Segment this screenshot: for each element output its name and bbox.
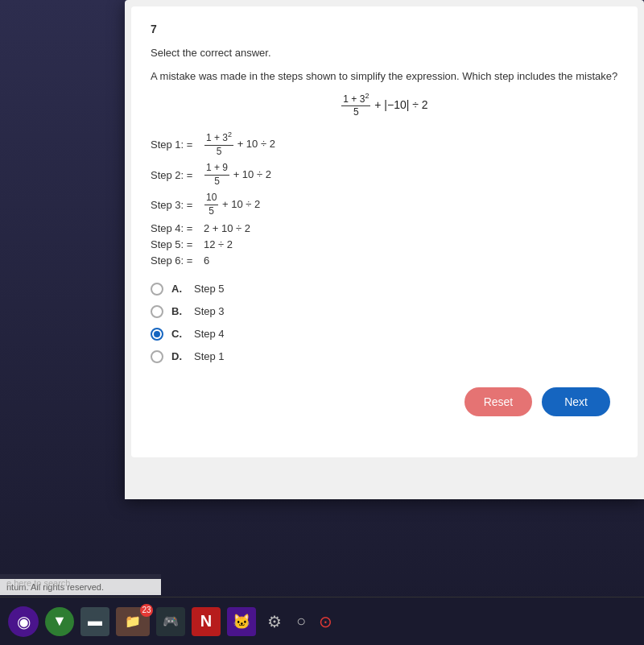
taskbar-icon-folder[interactable]: 📁 23 <box>116 607 150 636</box>
taskbar-icon-3[interactable]: ▬ <box>80 607 109 636</box>
option-b-text: Step 3 <box>194 305 225 317</box>
next-button[interactable]: Next <box>542 387 610 416</box>
search-placeholder: e here to search <box>6 578 71 588</box>
step-3-content: 10 5 + 10 ÷ 2 <box>204 192 260 217</box>
option-c-text: Step 4 <box>194 328 225 340</box>
step-1-label: Step 1: = <box>151 139 200 151</box>
taskbar-icon-cat[interactable]: 🐱 <box>227 607 256 636</box>
problem-text: A mistake was made in the steps shown to… <box>151 68 618 85</box>
taskbar-icon-n[interactable]: N <box>192 607 221 636</box>
option-a-text: Step 5 <box>194 283 225 295</box>
circle-icon[interactable]: ○ <box>293 612 309 631</box>
taskbar-icon-game[interactable]: 🎮 <box>156 607 185 636</box>
ring-icon[interactable]: ⊙ <box>316 612 336 631</box>
step-3: Step 3: = 10 5 + 10 ÷ 2 <box>151 192 618 217</box>
option-a-row[interactable]: A. Step 5 <box>151 283 618 296</box>
step-6-label: Step 6: = <box>151 254 200 267</box>
option-b-radio[interactable] <box>151 305 163 318</box>
taskbar: ◉ ▼ ▬ 📁 23 🎮 N 🐱 ⚙ ○ ⊙ <box>0 597 644 645</box>
fraction-display: 1 + 32 5 <box>341 92 370 119</box>
step-4-content: 2 + 10 ÷ 2 <box>204 222 250 234</box>
steps-list: Step 1: = 1 + 32 5 + 10 ÷ 2 Step 2: = 1 … <box>151 130 618 267</box>
step-2-content: 1 + 9 5 + 10 ÷ 2 <box>204 162 271 188</box>
reset-button[interactable]: Reset <box>464 387 533 416</box>
step-5: Step 5: = 12 ÷ 2 <box>151 238 618 250</box>
option-b-row[interactable]: B. Step 3 <box>151 305 618 318</box>
step-6-content: 6 <box>204 254 209 267</box>
step-5-label: Step 5: = <box>151 238 200 250</box>
taskbar-icon-2[interactable]: ▼ <box>45 607 74 636</box>
taskbar-icon-1[interactable]: ◉ <box>8 606 39 637</box>
fraction-main: 1 + 32 5 + |−10| ÷ 2 <box>341 98 427 111</box>
option-a-letter: A. <box>171 283 186 295</box>
step-4: Step 4: = 2 + 10 ÷ 2 <box>151 222 618 234</box>
option-c-letter: C. <box>171 328 186 340</box>
option-c-row[interactable]: C. Step 4 <box>151 328 618 341</box>
option-c-radio[interactable] <box>151 328 163 341</box>
step-2: Step 2: = 1 + 9 5 + 10 ÷ 2 <box>151 162 618 188</box>
question-card: 7 Select the correct answer. A mistake w… <box>131 6 638 457</box>
browser-window: 7 Select the correct answer. A mistake w… <box>125 0 644 499</box>
question-number: 7 <box>151 23 618 35</box>
option-a-radio[interactable] <box>151 283 163 296</box>
step-5-content: 12 ÷ 2 <box>204 238 233 250</box>
option-b-letter: B. <box>171 305 186 317</box>
option-d-row[interactable]: D. Step 1 <box>151 350 618 363</box>
step-4-label: Step 4: = <box>151 222 200 234</box>
step-3-label: Step 3: = <box>151 199 200 211</box>
step-2-label: Step 2: = <box>151 169 200 181</box>
search-bar[interactable]: e here to search <box>0 574 161 592</box>
step-6: Step 6: = 6 <box>151 254 618 267</box>
option-d-letter: D. <box>171 350 186 362</box>
answer-options: A. Step 5 B. Step 3 C. Step 4 D. Step 1 <box>151 283 618 363</box>
button-row: Reset Next <box>151 387 618 416</box>
settings-icon[interactable]: ⚙ <box>262 612 287 631</box>
step-1-content: 1 + 32 5 + 10 ÷ 2 <box>204 130 275 158</box>
option-d-radio[interactable] <box>151 350 163 363</box>
option-d-text: Step 1 <box>194 350 225 362</box>
main-expression: 1 + 32 5 + |−10| ÷ 2 <box>151 92 618 119</box>
notification-badge: 23 <box>140 604 153 617</box>
instruction-text: Select the correct answer. <box>151 47 618 59</box>
step-1: Step 1: = 1 + 32 5 + 10 ÷ 2 <box>151 130 618 158</box>
